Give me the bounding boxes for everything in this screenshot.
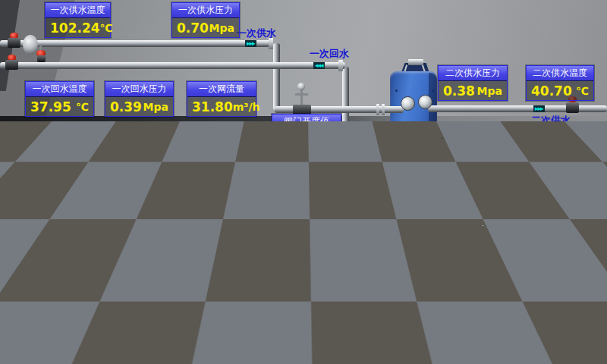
display-primary-supply-temp: 一次供水温度 102.24℃ (45, 2, 111, 38)
flow-arrows-right-icon: ▸▸▸ (245, 40, 256, 47)
pipe-label-primary-return: 一次回水 (310, 47, 349, 61)
control-valve-actuator (297, 83, 305, 90)
display-value: 0.38 (443, 83, 475, 99)
hx-port-bottom-left (401, 149, 415, 164)
equipment-pad (434, 135, 499, 149)
drain-valve (37, 55, 46, 62)
branch-valve (416, 238, 424, 246)
pump-indicator-window (380, 162, 386, 177)
tank-outlet-pipe (100, 249, 422, 255)
hx-port-bottom-right (418, 149, 432, 164)
display-title: 二次回水压力 (439, 187, 507, 202)
display-unit: ℃ (100, 22, 113, 34)
pipe-coupling (456, 291, 461, 303)
tank-leg (12, 325, 19, 344)
display-primary-return-pressure: 一次回水压力 0.39Mpa (105, 81, 174, 117)
display-title: 补水泵频率 (212, 287, 281, 303)
display-value: 1.10 (39, 246, 71, 261)
tank-shadow (2, 331, 132, 350)
display-unit: Mpa (143, 101, 168, 113)
pump-indicator-window (190, 251, 196, 265)
pipe-union (410, 222, 414, 234)
heat-exchanger-top-cap (408, 59, 423, 65)
tank-leg (103, 318, 110, 339)
display-title: 一次供水压力 (172, 3, 239, 18)
display-title: 二次供水温度 (527, 66, 593, 81)
heat-exchanger-side-shade (429, 73, 437, 162)
heat-exchanger-bolts (395, 89, 398, 92)
display-unit: Hz (261, 306, 276, 318)
display-unit: ℃ (76, 101, 89, 113)
display-primary-return-temp: 一次回水温度 37.95℃ (25, 81, 94, 117)
pump-indicator-window (188, 297, 195, 312)
shutoff-valve (8, 38, 20, 48)
tank-manhole (22, 278, 60, 315)
secondary-supply-valve (566, 102, 579, 113)
pipe-label-primary-supply: 一次供水 (237, 27, 276, 40)
display-tank-level: 水箱液位高度 1.10m³ (33, 228, 96, 263)
hmi-screen: { "displays": [ {"id":"primary-supply-te… (0, 0, 607, 364)
display-title: 一次回水压力 (105, 82, 173, 97)
pipe-label-makeup-water: 补水 (440, 303, 460, 316)
secondary-return-pipe (357, 224, 607, 231)
pump-indicator-window (337, 164, 343, 179)
circulation-pump-casing (326, 187, 360, 203)
display-secondary-return-pressure: 二次回水压力 0.27Mpa (438, 186, 508, 221)
secondary-supply-pipe (428, 105, 607, 112)
display-secondary-supply-pressure: 二次供水压力 0.38Mpa (438, 65, 508, 101)
display-title: 一次回水温度 (26, 82, 93, 97)
flow-arrows-right-icon: ▸▸▸ (436, 293, 447, 300)
makeup-pump-casing (177, 317, 211, 334)
display-unit: ℃ (576, 206, 589, 218)
display-value: 0.70 (177, 20, 209, 36)
display-value: 36.63 (531, 204, 572, 219)
display-value: 33.88 (216, 305, 257, 320)
hx-port-top-left (401, 96, 415, 111)
display-title: 阀门开度值 (272, 115, 341, 130)
tank-manhole (64, 275, 102, 312)
display-unit: Mpa (477, 85, 502, 97)
makeup-water-pipe (108, 293, 464, 300)
display-valve-opening: 阀门开度值 5.92% (272, 114, 341, 149)
pump-motor-cap (185, 243, 205, 249)
shutoff-valve (5, 60, 18, 70)
display-secondary-supply-temp: 二次供水温度 40.70℃ (526, 65, 594, 101)
pipe-union (376, 104, 379, 115)
tank-leg (73, 323, 80, 340)
display-title: 水箱液位高度 (34, 228, 96, 243)
display-unit: % (326, 133, 336, 146)
display-value: 31.80 (192, 99, 233, 115)
flow-arrows-left-icon: ◂◂◂ (313, 62, 325, 69)
pump-motor-cap (184, 288, 204, 294)
pump-motor-cap (332, 151, 354, 158)
display-title: 二次回水温度 (527, 187, 593, 202)
display-title: 二次供水压力 (439, 66, 507, 81)
pipe-end-flange (417, 246, 423, 257)
display-unit: Mpa (477, 206, 502, 218)
display-makeup-pump-freq: 补水泵频率 33.88Hz (211, 287, 281, 322)
heat-exchanger-nameplate (411, 123, 419, 126)
display-unit: Mpa (209, 22, 234, 34)
pipe-label-secondary-supply: 二次供水 (531, 114, 571, 127)
display-primary-flow: 一次网流量 31.80m³/h (187, 81, 256, 117)
pipe-flange (338, 60, 343, 71)
display-value: 40.70 (531, 83, 572, 99)
control-valve-crossbar (295, 93, 308, 96)
air-chamber (23, 35, 38, 55)
flow-arrows-left-icon: ◂◂◂ (394, 249, 405, 255)
pipe-union (382, 104, 385, 115)
display-unit: ℃ (576, 85, 589, 97)
display-primary-supply-pressure: 一次供水压力 0.70Mpa (171, 2, 240, 38)
pipe-label-secondary-return: 二次回水 (539, 235, 578, 249)
primary-supply-drop-pipe (273, 43, 280, 110)
display-value: 102.24 (50, 20, 100, 36)
primary-return-pipe (0, 62, 345, 69)
display-title: 一次供水温度 (46, 3, 110, 18)
display-value: 5.92 (277, 132, 309, 147)
pipe-coupling (464, 292, 468, 303)
flow-arrows-left-icon: ◂◂◂ (370, 224, 381, 231)
hx-port-top-right (418, 95, 432, 109)
control-valve-stem (300, 89, 303, 106)
tank-inlet-hoop-pipe (107, 243, 137, 280)
display-title: 一次网流量 (187, 82, 256, 97)
